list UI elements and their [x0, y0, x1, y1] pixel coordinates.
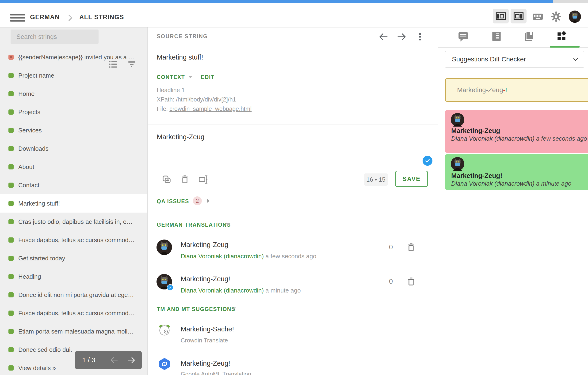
string-list-item[interactable]: Project name — [0, 66, 147, 85]
string-list-item[interactable]: Downloads — [0, 140, 147, 158]
context-file-line: File: crowdin_sample_webpage.html — [157, 105, 252, 112]
translator-avatar-approved — [157, 274, 172, 289]
page-indicator: 1 / 3 — [82, 351, 95, 369]
german-translations-header[interactable]: GERMAN TRANSLATIONS — [157, 222, 231, 228]
tab-widgets[interactable] — [556, 30, 568, 42]
delete-translation-trash-icon[interactable] — [406, 243, 416, 252]
strings-sidebar: {{senderName|escape}} invited you as a …… — [0, 27, 147, 375]
settings-gear-icon[interactable] — [550, 11, 562, 22]
diff-card-new[interactable]: Marketing-Zeug! Diana Voroniak (dianacro… — [445, 154, 588, 190]
diff-card-text: Marketing-Zeug! — [451, 172, 502, 180]
string-label: Fusce dapibus, tellus ac cursus commod… — [18, 304, 145, 322]
string-status-icon — [9, 146, 14, 151]
translation-attribution: Diana Voroniak (dianacrowdin) a few seco… — [181, 253, 316, 260]
delete-translation-trash-icon[interactable] — [406, 277, 416, 286]
string-label: Services — [18, 121, 145, 140]
next-page-icon[interactable] — [127, 356, 136, 365]
widget-selector-dropdown[interactable]: Suggestions Diff Checker — [445, 51, 584, 68]
save-button[interactable]: SAVE — [395, 171, 428, 187]
string-status-icon — [9, 329, 14, 334]
translation-progress-fill — [0, 0, 553, 3]
translator-avatar — [157, 240, 172, 255]
string-list-item[interactable]: Projects — [0, 103, 147, 121]
widget-selector-value: Suggestions Diff Checker — [452, 51, 526, 67]
context-dropdown-icon[interactable] — [188, 76, 192, 78]
diff-card-old[interactable]: Marketing-Zeug Diana Voroniak (dianacrow… — [445, 110, 588, 153]
string-status-icon — [9, 219, 14, 224]
string-label: Home — [18, 85, 145, 103]
approved-check-icon — [423, 156, 432, 166]
next-string-icon[interactable] — [397, 32, 407, 42]
string-status-icon — [9, 311, 14, 316]
copy-source-icon[interactable] — [161, 174, 172, 185]
string-list-item[interactable]: Home — [0, 85, 147, 103]
string-label: Cras justo odio, dapibus ac facilisis in… — [18, 213, 145, 231]
side-widgets-panel: Suggestions Diff Checker Marketing-Zeug-… — [438, 27, 588, 375]
translation-author-link[interactable]: Diana Voroniak (dianacrowdin) — [181, 287, 264, 294]
tab-terms[interactable] — [491, 30, 502, 42]
breadcrumb-language[interactable]: GERMAN — [30, 14, 60, 21]
character-counter: 16 • 15 — [364, 173, 388, 186]
translation-progress-track — [0, 0, 588, 3]
breadcrumb-all-strings[interactable]: ALL STRINGS — [79, 14, 124, 21]
google-automl-icon — [158, 357, 171, 371]
translation-time: a minute ago — [265, 287, 301, 294]
diff-card-author: Diana Voroniak (dianacrowdin) — [451, 180, 535, 187]
string-list-item[interactable]: Get started today — [0, 249, 147, 267]
suggestion-provider: Google AutoML Translation — [181, 371, 251, 375]
select-text-icon[interactable] — [199, 174, 209, 185]
string-list-item[interactable]: Donec id elit non mi porta gravida at eg… — [0, 286, 147, 304]
search-strings-input[interactable] — [10, 30, 99, 44]
string-list-item[interactable]: Contact — [0, 176, 147, 194]
qa-issues-label[interactable]: QA ISSUES — [157, 198, 189, 205]
file-label: File: — [157, 105, 168, 112]
string-list-item[interactable]: {{senderName|escape}} invited you as a … — [0, 48, 147, 66]
previous-string-icon[interactable] — [378, 32, 388, 42]
string-list-item[interactable]: About — [0, 158, 147, 176]
keyboard-shortcuts-icon[interactable] — [532, 11, 543, 22]
context-button[interactable]: CONTEXT — [157, 74, 185, 80]
crowdin-translate-icon — [158, 323, 171, 336]
toggle-left-panel-button[interactable] — [493, 9, 509, 23]
tm-mt-suggestions-header[interactable]: TM AND MT SUGGESTIONS — [157, 306, 235, 313]
string-list-item[interactable]: Heading — [0, 267, 147, 286]
translation-author-link[interactable]: Diana Voroniak (dianacrowdin) — [181, 253, 264, 260]
clear-translation-trash-icon[interactable] — [180, 175, 189, 184]
string-label: About — [18, 158, 145, 176]
translation-text[interactable]: Marketing-Zeug — [181, 241, 228, 249]
german-translations-collapse-icon[interactable] — [226, 223, 230, 226]
string-list-item[interactable]: Cras justo odio, dapibus ac facilisis in… — [0, 213, 147, 231]
tm-mt-collapse-icon[interactable] — [232, 307, 236, 310]
string-list-item[interactable]: Services — [0, 121, 147, 140]
divider — [148, 212, 438, 212]
diff-result-box: Marketing-Zeug-! — [445, 78, 588, 102]
translation-text[interactable]: Marketing-Zeug! — [181, 275, 230, 283]
string-status-icon — [9, 365, 14, 371]
translation-input-text[interactable]: Marketing-Zeug — [157, 133, 204, 141]
string-list-item[interactable]: Fusce dapibus, tellus ac cursus commod… — [0, 231, 147, 249]
qa-issues-expand-icon[interactable] — [207, 199, 210, 203]
tab-comments[interactable] — [457, 30, 469, 42]
source-string-text: Marketing stuff! — [157, 53, 203, 61]
chevron-down-icon — [573, 57, 579, 62]
suggestion-text[interactable]: Marketing-Sache! — [181, 325, 234, 333]
user-avatar[interactable] — [569, 10, 581, 23]
file-link[interactable]: crowdin_sample_webpage.html — [169, 105, 252, 112]
edit-context-button[interactable]: EDIT — [201, 74, 214, 80]
string-label: Marketing stuff! — [18, 194, 145, 213]
translation-rating: 0 — [389, 277, 393, 285]
toggle-right-panel-button[interactable] — [511, 9, 526, 23]
suggestion-provider: Crowdin Translate — [181, 337, 228, 344]
menu-icon[interactable] — [10, 14, 25, 21]
string-list-item[interactable]: Fusce dapibus, tellus ac cursus commod… — [0, 304, 147, 322]
tab-glossary[interactable] — [523, 30, 535, 42]
string-status-icon — [9, 182, 14, 188]
more-options-kebab-icon[interactable] — [415, 32, 425, 42]
previous-page-icon[interactable] — [110, 356, 118, 365]
string-list-item[interactable]: Marketing stuff! — [0, 194, 147, 213]
diff-card-attribution: Diana Voroniak (dianacrowdin) a minute a… — [451, 180, 571, 187]
string-status-icon — [9, 347, 14, 352]
string-list-item[interactable]: Etiam porta sem malesuada magna moll… — [0, 322, 147, 341]
top-header: GERMAN ALL STRINGS — [0, 3, 588, 27]
suggestion-text[interactable]: Marketing-Zeug! — [181, 360, 230, 367]
